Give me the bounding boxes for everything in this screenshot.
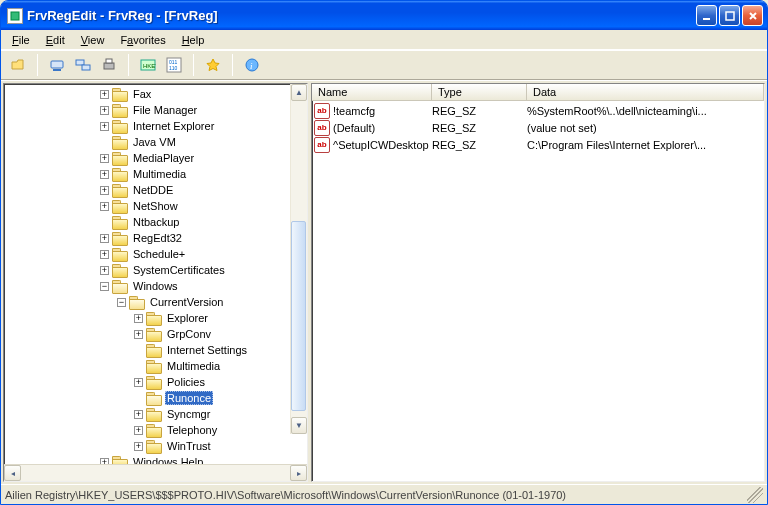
column-name[interactable]: Name	[312, 84, 432, 100]
expand-icon[interactable]: +	[100, 90, 109, 99]
tree-label[interactable]: NetShow	[131, 199, 180, 213]
expand-icon[interactable]: +	[100, 122, 109, 131]
tree-label[interactable]: Policies	[165, 375, 207, 389]
tree-item[interactable]: +Explorer	[4, 310, 307, 326]
tree-label[interactable]: Telephony	[165, 423, 219, 437]
column-type[interactable]: Type	[432, 84, 527, 100]
menu-file[interactable]: File	[5, 32, 37, 48]
expand-icon[interactable]: +	[134, 314, 143, 323]
resize-grip-icon[interactable]	[747, 487, 763, 503]
tree-horizontal-scrollbar[interactable]: ◂ ▸	[4, 464, 307, 481]
expand-icon[interactable]: +	[134, 442, 143, 451]
tree-item[interactable]: +Syncmgr	[4, 406, 307, 422]
tree-label[interactable]: Internet Settings	[165, 343, 249, 357]
scroll-up-icon[interactable]: ▲	[291, 84, 307, 101]
menu-view[interactable]: View	[74, 32, 112, 48]
close-button[interactable]	[742, 5, 763, 26]
tool-favorite-icon[interactable]	[202, 54, 224, 76]
expand-icon[interactable]: +	[100, 266, 109, 275]
tree-item[interactable]: +Schedule+	[4, 246, 307, 262]
tree-item[interactable]: +Policies	[4, 374, 307, 390]
tree-label[interactable]: Internet Explorer	[131, 119, 216, 133]
scroll-down-icon[interactable]: ▼	[291, 417, 307, 434]
list-row[interactable]: ab(Default)REG_SZ(value not set)	[312, 119, 764, 136]
tree-label[interactable]: Multimedia	[165, 359, 222, 373]
tree-label[interactable]: Windows	[131, 279, 180, 293]
tool-remote-icon[interactable]	[72, 54, 94, 76]
tree-item[interactable]: Ntbackup	[4, 214, 307, 230]
expand-icon[interactable]: +	[134, 426, 143, 435]
tree-label[interactable]: CurrentVersion	[148, 295, 225, 309]
minimize-button[interactable]	[696, 5, 717, 26]
tree-label[interactable]: Explorer	[165, 311, 210, 325]
tree-label[interactable]: Ntbackup	[131, 215, 181, 229]
tool-hkey-icon[interactable]: HKEY	[137, 54, 159, 76]
expand-icon[interactable]: +	[100, 202, 109, 211]
tree-item[interactable]: Multimedia	[4, 358, 307, 374]
values-list[interactable]: ab!teamcfgREG_SZ%SystemRoot%\..\dell\nic…	[312, 101, 764, 153]
collapse-icon[interactable]: −	[117, 298, 126, 307]
tool-local-icon[interactable]	[46, 54, 68, 76]
tree-item[interactable]: +RegEdt32	[4, 230, 307, 246]
tree-item[interactable]: −CurrentVersion	[4, 294, 307, 310]
column-data[interactable]: Data	[527, 84, 764, 100]
tree-vertical-scrollbar[interactable]: ▲ ▼	[290, 84, 307, 434]
list-row[interactable]: ab!teamcfgREG_SZ%SystemRoot%\..\dell\nic…	[312, 102, 764, 119]
expand-icon[interactable]: +	[100, 186, 109, 195]
tree-item[interactable]: +File Manager	[4, 102, 307, 118]
expand-icon[interactable]: +	[100, 458, 109, 465]
menu-help[interactable]: Help	[175, 32, 212, 48]
expand-icon[interactable]: +	[134, 378, 143, 387]
tool-info-icon[interactable]: i	[241, 54, 263, 76]
tree-label[interactable]: RegEdt32	[131, 231, 184, 245]
scroll-thumb[interactable]	[291, 221, 306, 411]
tool-print-icon[interactable]	[98, 54, 120, 76]
scroll-left-icon[interactable]: ◂	[4, 465, 21, 481]
tree-item[interactable]: +Windows Help	[4, 454, 307, 464]
tree-item[interactable]: +NetDDE	[4, 182, 307, 198]
scroll-right-icon[interactable]: ▸	[290, 465, 307, 481]
tree-item[interactable]: −Windows	[4, 278, 307, 294]
list-row[interactable]: ab^SetupICWDesktopREG_SZC:\Program Files…	[312, 136, 764, 153]
tree-label[interactable]: GrpConv	[165, 327, 213, 341]
expand-icon[interactable]: +	[100, 106, 109, 115]
tree-item[interactable]: +Internet Explorer	[4, 118, 307, 134]
expand-icon[interactable]: +	[100, 154, 109, 163]
tree-label[interactable]: Windows Help	[131, 455, 205, 464]
collapse-icon[interactable]: −	[100, 282, 109, 291]
tree-label[interactable]: NetDDE	[131, 183, 175, 197]
expand-icon[interactable]: +	[100, 170, 109, 179]
tree-item[interactable]: +SystemCertificates	[4, 262, 307, 278]
tree-label[interactable]: MediaPlayer	[131, 151, 196, 165]
tree-item[interactable]: +Multimedia	[4, 166, 307, 182]
tree-label[interactable]: File Manager	[131, 103, 199, 117]
tree-label[interactable]: Runonce	[165, 391, 213, 405]
menu-edit[interactable]: Edit	[39, 32, 72, 48]
tree-item[interactable]: +MediaPlayer	[4, 150, 307, 166]
tree-label[interactable]: WinTrust	[165, 439, 213, 453]
tree-label[interactable]: SystemCertificates	[131, 263, 227, 277]
expand-icon[interactable]: +	[134, 330, 143, 339]
tree-item[interactable]: Java VM	[4, 134, 307, 150]
tree-item[interactable]: +WinTrust	[4, 438, 307, 454]
tree-item[interactable]: +Telephony	[4, 422, 307, 438]
expand-icon[interactable]: +	[100, 234, 109, 243]
tree-item[interactable]: Runonce	[4, 390, 307, 406]
menu-favorites[interactable]: Favorites	[113, 32, 172, 48]
tree-label[interactable]: Java VM	[131, 135, 178, 149]
title-bar[interactable]: FrvRegEdit - FrvReg - [FrvReg]	[1, 1, 767, 30]
maximize-button[interactable]	[719, 5, 740, 26]
tree-item[interactable]: Internet Settings	[4, 342, 307, 358]
expand-icon[interactable]: +	[100, 250, 109, 259]
tree-label[interactable]: Fax	[131, 87, 153, 101]
tree-label[interactable]: Schedule+	[131, 247, 187, 261]
expand-icon[interactable]: +	[134, 410, 143, 419]
tree-item[interactable]: +GrpConv	[4, 326, 307, 342]
registry-tree[interactable]: +Fax+File Manager+Internet ExplorerJava …	[4, 84, 307, 464]
tool-open-icon[interactable]	[7, 54, 29, 76]
tree-label[interactable]: Multimedia	[131, 167, 188, 181]
tool-binary-icon[interactable]: 011110	[163, 54, 185, 76]
tree-label[interactable]: Syncmgr	[165, 407, 212, 421]
tree-item[interactable]: +NetShow	[4, 198, 307, 214]
tree-item[interactable]: +Fax	[4, 86, 307, 102]
